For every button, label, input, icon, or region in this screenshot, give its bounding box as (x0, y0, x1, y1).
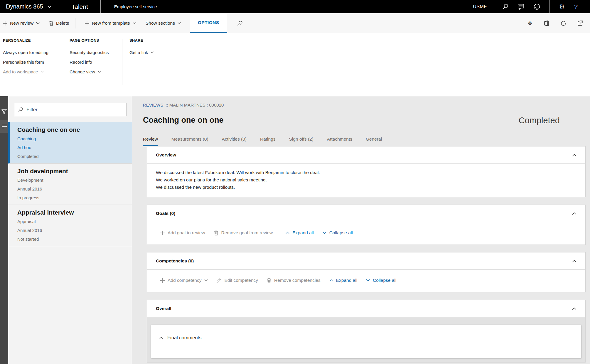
open-in-new-window-icon[interactable] (578, 21, 583, 26)
tab-attachments[interactable]: Attachments (327, 136, 352, 146)
remove-competencies-button[interactable]: Remove competencies (267, 278, 321, 283)
options-tab[interactable]: OPTIONS (190, 13, 227, 33)
app-name-talent[interactable]: Talent (59, 0, 100, 13)
collapse-section-button[interactable] (572, 154, 576, 156)
chevron-down-icon (366, 279, 370, 282)
add-competency-button[interactable]: Add competency (160, 278, 208, 283)
list-item-appraisal-interview[interactable]: Appraisal interview Appraisal Annual 201… (8, 205, 132, 246)
divider (75, 18, 75, 28)
pencil-icon (217, 278, 221, 283)
search-icon[interactable] (237, 21, 243, 26)
dynamics-365-menu[interactable]: Dynamics 365 (0, 3, 59, 10)
plus-icon (160, 278, 165, 283)
always-open-for-editing-button[interactable]: Always open for editing (3, 48, 62, 57)
main-region: Coaching one on one Coaching Ad hoc Comp… (0, 96, 590, 364)
filter-pane-button[interactable] (0, 106, 8, 118)
remove-competencies-label: Remove competencies (274, 278, 321, 283)
search-icon (18, 107, 23, 112)
breadcrumb-reviews-link[interactable]: REVIEWS (143, 102, 163, 107)
expand-all-label: Expand all (336, 278, 357, 283)
tab-sign-offs[interactable]: Sign offs (2) (289, 136, 313, 146)
collapse-all-label: Collapse all (373, 278, 396, 283)
trash-icon (49, 21, 53, 26)
status-label: Completed (519, 116, 560, 125)
tab-activities[interactable]: Activities (0) (222, 136, 247, 146)
collapse-section-button[interactable] (572, 307, 576, 310)
gear-icon[interactable]: ⚙ (559, 4, 565, 10)
list-item-status: Not started (17, 235, 129, 244)
collapse-section-button[interactable] (572, 260, 576, 262)
section-title: Goals (0) (156, 211, 175, 216)
tab-measurements[interactable]: Measurements (0) (171, 136, 208, 146)
security-diagnostics-button[interactable]: Security diagnostics (70, 48, 122, 57)
remove-goal-button[interactable]: Remove goal from review (214, 230, 273, 235)
list-pane-button[interactable] (0, 120, 8, 133)
page-title: Coaching one on one (143, 116, 224, 125)
remove-goal-label: Remove goal from review (221, 230, 273, 235)
page-title-topbar: Employee self service (114, 4, 157, 9)
get-a-link-button[interactable]: Get a link (129, 48, 154, 57)
personalize-this-form-button[interactable]: Personalize this form (3, 57, 62, 67)
overview-line: We worked on our plans for the national … (156, 176, 576, 183)
add-to-workspace-button[interactable]: Add to workspace (3, 67, 62, 77)
search-icon[interactable] (502, 4, 508, 10)
tab-ratings[interactable]: Ratings (260, 136, 276, 146)
tab-review[interactable]: Review (143, 136, 158, 146)
company-picker[interactable]: USMF (473, 4, 487, 9)
funnel-icon (1, 109, 7, 114)
chevron-down-icon (98, 71, 101, 73)
record-info-button[interactable]: Record info (70, 57, 122, 67)
list-item-status: Completed (17, 152, 129, 161)
overall-section: Overall Final comments (147, 300, 586, 363)
tab-general[interactable]: General (366, 136, 382, 146)
get-a-link-label: Get a link (129, 50, 148, 55)
collapse-all-label: Collapse all (329, 230, 353, 235)
collapse-all-button[interactable]: Collapse all (366, 278, 396, 283)
section-title: Overall (156, 306, 171, 311)
list-lines-icon (1, 124, 7, 129)
add-competency-label: Add competency (168, 278, 201, 283)
collapse-all-button[interactable]: Collapse all (323, 230, 353, 235)
collapse-section-button[interactable] (572, 212, 576, 215)
list-item-type-link[interactable]: Coaching (17, 134, 129, 143)
new-from-template-button[interactable]: New from template (85, 21, 136, 26)
delete-button[interactable]: Delete (49, 21, 69, 26)
show-sections-button[interactable]: Show sections (146, 21, 181, 26)
top-navigation-bar: Dynamics 365 Talent Employee self servic… (0, 0, 590, 13)
new-review-button[interactable]: New review (3, 21, 40, 26)
expand-all-button[interactable]: Expand all (329, 278, 357, 283)
show-sections-label: Show sections (146, 21, 175, 26)
filter-input[interactable] (26, 107, 122, 113)
list-item-cycle-link[interactable]: Ad hoc (17, 143, 129, 152)
office-icon[interactable] (544, 20, 549, 26)
group-title: SHARE (129, 38, 154, 43)
feedback-chat-icon[interactable] (518, 4, 524, 10)
trash-icon (267, 278, 271, 283)
filter-box[interactable] (14, 103, 127, 116)
final-comments-expander[interactable]: Final comments (151, 325, 581, 358)
change-view-label: Change view (70, 69, 95, 74)
list-item-title: Appraisal interview (17, 209, 129, 216)
smiley-feedback-icon[interactable] (534, 4, 540, 10)
refresh-icon[interactable] (560, 20, 567, 26)
trash-icon (214, 230, 218, 235)
edit-competency-button[interactable]: Edit competency (217, 278, 258, 283)
chevron-down-icon (151, 51, 154, 53)
divider (549, 0, 550, 13)
help-icon[interactable]: ? (574, 3, 578, 10)
overview-line: We discussed the new product rollouts. (156, 183, 576, 191)
add-goal-button[interactable]: Add goal to review (160, 230, 205, 235)
expand-all-button[interactable]: Expand all (286, 230, 313, 235)
group-title: PERSONALIZE (3, 38, 62, 43)
competencies-section: Competencies (0) Add competency Edit com… (147, 252, 586, 292)
add-goal-label: Add goal to review (168, 230, 205, 235)
change-view-button[interactable]: Change view (70, 67, 122, 77)
section-title: Competencies (0) (156, 258, 194, 264)
list-item-coaching-one-on-one[interactable]: Coaching one on one Coaching Ad hoc Comp… (8, 122, 132, 164)
page-options-group: PAGE OPTIONS Security diagnostics Record… (62, 38, 122, 96)
task-flow-icon[interactable]: ❖ (527, 21, 532, 26)
list-item-job-development[interactable]: Job development Development Annual 2016 … (8, 164, 132, 205)
goals-section: Goals (0) Add goal to review Remove goal… (147, 205, 586, 245)
chevron-down-icon (36, 22, 40, 24)
add-to-workspace-label: Add to workspace (3, 69, 38, 74)
